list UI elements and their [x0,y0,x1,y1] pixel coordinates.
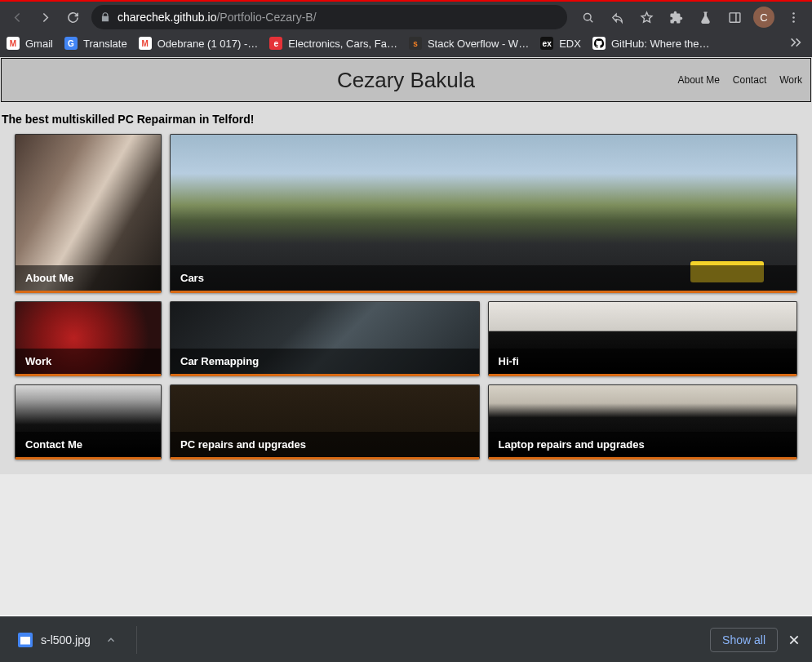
divider [136,626,137,654]
nav-about[interactable]: About Me [677,74,719,86]
tagline: The best multiskilled PC Repairman in Te… [0,103,812,134]
url-host: charechek.github.io [118,11,216,24]
svg-point-3 [792,16,795,19]
browser-chrome: charechek.github.io/Portfolio-Cezary-B/ … [0,0,812,57]
favicon: ex [540,37,553,50]
bookmark-github[interactable]: GitHub: Where the… [592,37,710,50]
bookmarks-bar: MGmail GTranslate MOdebrane (1 017) -… e… [0,33,812,57]
favicon: s [409,37,422,50]
empty-area [0,474,812,615]
tile-remap[interactable]: Car Remapping [170,301,480,376]
bookmark-stackoverflow[interactable]: sStack Overflow - W… [409,37,529,50]
svg-point-4 [792,20,795,23]
page-header: Cezary Bakula About Me Contact Work [1,58,811,102]
reload-button[interactable] [60,5,85,29]
labs-icon[interactable] [691,5,719,29]
svg-point-2 [792,12,795,15]
tile-work[interactable]: Work [15,301,162,376]
tile-about[interactable]: About Me [15,134,162,293]
show-all-button[interactable]: Show all [710,628,778,652]
bookmark-odebrane[interactable]: MOdebrane (1 017) -… [139,37,259,50]
download-filename: s-l500.jpg [41,633,91,646]
tile-pc[interactable]: PC repairs and upgrades [170,384,480,460]
tile-grid: About Me Cars Work Car Remapping Hi-fi [15,134,797,460]
tile-laptop[interactable]: Laptop repairs and upgrades [488,384,798,460]
panel-icon[interactable] [721,5,748,29]
bookmark-electronics[interactable]: eElectronics, Cars, Fa… [269,37,397,50]
favicon: G [64,37,78,50]
url-text: charechek.github.io/Portfolio-Cezary-B/ [118,11,317,24]
favicon: e [269,37,282,50]
bookmark-star-icon[interactable] [632,5,660,29]
toolbar: charechek.github.io/Portfolio-Cezary-B/ … [0,2,812,33]
favicon: M [139,37,152,50]
tile-caption: PC repairs and upgrades [171,432,479,457]
header-nav: About Me Contact Work [677,74,802,86]
profile-avatar[interactable]: C [750,5,778,29]
file-icon [18,633,33,647]
tile-caption: Car Remapping [171,349,479,374]
avatar-initial: C [753,7,774,28]
tile-caption: Contact Me [16,432,161,457]
forward-button[interactable] [33,5,57,29]
bookmark-translate[interactable]: GTranslate [64,37,127,50]
share-icon[interactable] [603,5,631,29]
nav-work[interactable]: Work [779,74,802,86]
page-viewport: Cezary Bakula About Me Contact Work The … [0,57,812,615]
close-icon[interactable] [788,633,801,646]
tile-cars[interactable]: Cars [170,134,797,293]
bookmark-edx[interactable]: exEDX [540,37,581,50]
tile-caption: Laptop repairs and upgrades [489,432,797,457]
extensions-icon[interactable] [662,5,690,29]
github-icon [592,37,606,50]
nav-contact[interactable]: Contact [733,74,766,86]
favicon: M [7,37,20,50]
svg-rect-1 [730,12,740,21]
chevron-up-icon[interactable] [105,634,117,646]
download-shelf: s-l500.jpg Show all [0,616,812,662]
bookmark-gmail[interactable]: MGmail [7,37,53,50]
tile-caption: Cars [171,265,796,291]
kebab-menu-icon[interactable] [779,5,807,29]
page-title: Cezary Bakula [337,68,475,93]
bookmarks-overflow-icon[interactable] [786,33,805,55]
svg-point-0 [583,13,591,20]
tile-hifi[interactable]: Hi-fi [488,301,798,376]
tile-contact[interactable]: Contact Me [15,384,162,460]
tile-caption: Hi-fi [489,349,797,374]
tile-caption: Work [16,349,161,374]
address-bar[interactable]: charechek.github.io/Portfolio-Cezary-B/ [91,5,567,29]
toolbar-right: C [574,5,807,29]
lock-icon [100,11,111,23]
back-button[interactable] [5,5,29,29]
download-item[interactable]: s-l500.jpg [11,628,123,652]
tile-caption: About Me [16,265,161,291]
url-path: /Portfolio-Cezary-B/ [216,11,316,24]
zoom-icon[interactable] [574,5,601,29]
